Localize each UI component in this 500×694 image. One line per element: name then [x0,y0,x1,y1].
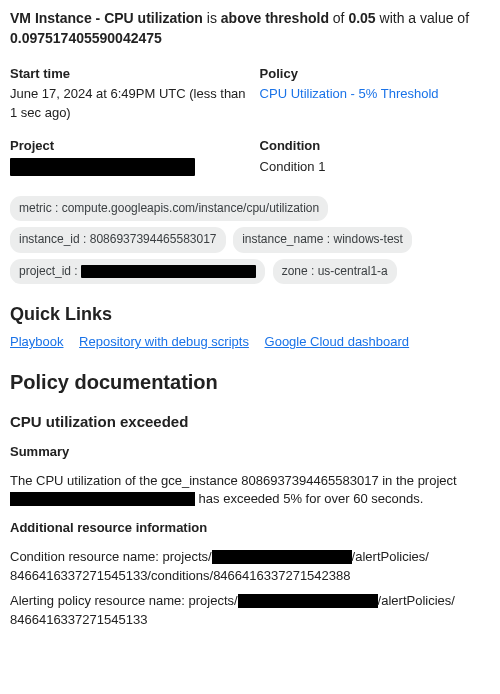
quick-links: Playbook Repository with debug scripts G… [10,333,490,352]
chip-project-id-redacted [81,265,256,278]
start-time-label: Start time [10,65,254,84]
policy-label: Policy [260,65,484,84]
condition-value: Condition 1 [260,158,484,177]
summary-text: The CPU utilization of the gce_instance … [10,472,490,510]
meta-start-time: Start time June 17, 2024 at 6:49PM UTC (… [10,61,260,134]
meta-project: Project [10,133,260,187]
headline-threshold: 0.05 [348,10,375,26]
headline-resource: VM Instance - CPU utilization [10,10,203,26]
label-chips: metric : compute.googleapis.com/instance… [10,193,490,287]
meta-condition: Condition Condition 1 [260,133,490,187]
chip-instance-id: instance_id : 8086937394465583017 [10,227,226,252]
quick-link-playbook[interactable]: Playbook [10,334,63,349]
chip-project-id: project_id : [10,259,265,284]
chip-instance-name: instance_name : windows-test [233,227,412,252]
alert-headline: VM Instance - CPU utilization is above t… [10,8,490,49]
pol-project-redacted [238,594,378,608]
cond-project-redacted [212,550,352,564]
condition-resource-name: Condition resource name: projects//alert… [10,548,490,586]
summary-heading: Summary [10,443,490,462]
project-label: Project [10,137,254,156]
summary-project-redacted [10,492,195,506]
meta-policy: Policy CPU Utilization - 5% Threshold [260,61,490,134]
headline-state: above threshold [221,10,329,26]
project-value-redacted [10,158,195,176]
quick-link-scripts[interactable]: Repository with debug scripts [79,334,249,349]
chip-metric: metric : compute.googleapis.com/instance… [10,196,328,221]
headline-value: 0.097517405590042475 [10,30,162,46]
additional-info-heading: Additional resource information [10,519,490,538]
condition-label: Condition [260,137,484,156]
start-time-value: June 17, 2024 at 6:49PM UTC (less than 1… [10,85,254,123]
policy-resource-name: Alerting policy resource name: projects/… [10,592,490,630]
chip-zone: zone : us-central1-a [273,259,397,284]
meta-grid: Start time June 17, 2024 at 6:49PM UTC (… [10,61,490,187]
policy-link[interactable]: CPU Utilization - 5% Threshold [260,86,439,101]
policy-doc-heading: Policy documentation [10,368,490,397]
quick-link-dashboard[interactable]: Google Cloud dashboard [265,334,410,349]
doc-subheading: CPU utilization exceeded [10,411,490,433]
quick-links-heading: Quick Links [10,301,490,327]
